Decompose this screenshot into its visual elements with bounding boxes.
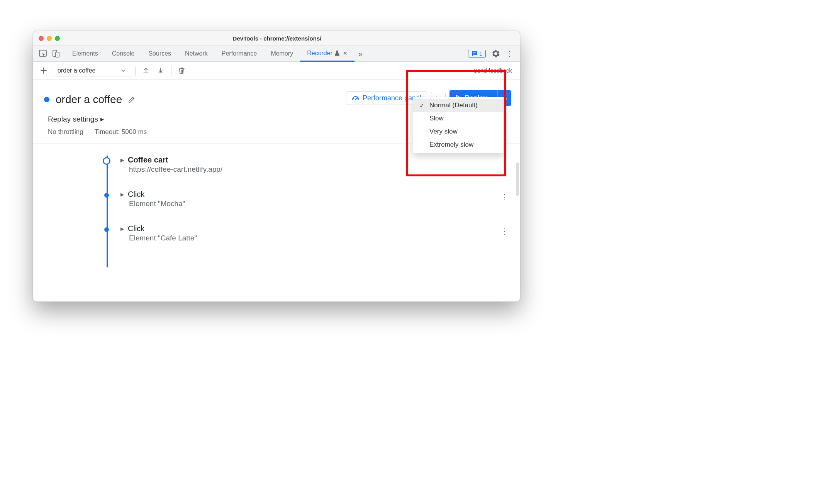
step-subtitle: Element "Mocha": [129, 200, 508, 208]
minimize-window-button[interactable]: [47, 36, 52, 41]
speed-option-very-slow[interactable]: Very slow: [413, 125, 504, 138]
step-title: Click: [128, 190, 144, 199]
step-subtitle: Element "Cafe Latte": [129, 234, 508, 242]
issues-button[interactable]: 1: [468, 50, 486, 58]
tab-recorder[interactable]: Recorder ✕: [300, 46, 354, 62]
speed-option-normal[interactable]: ✓ Normal (Default): [413, 99, 504, 112]
svg-rect-2: [56, 52, 59, 57]
chevron-down-icon: [121, 68, 125, 73]
recording-title: order a coffee: [56, 93, 122, 106]
window-controls: [39, 36, 60, 41]
tab-performance[interactable]: Performance: [215, 46, 264, 61]
tabs-bar: Elements Console Sources Network Perform…: [33, 46, 520, 62]
divider: [89, 128, 89, 136]
speed-option-extremely-slow[interactable]: Extremely slow: [413, 138, 504, 151]
close-window-button[interactable]: [39, 36, 44, 41]
step-more-icon[interactable]: ⋮: [500, 158, 508, 167]
speed-option-slow[interactable]: Slow: [413, 112, 504, 125]
recording-select[interactable]: order a coffee: [52, 65, 131, 76]
edit-icon[interactable]: [127, 95, 136, 104]
delete-button[interactable]: [175, 64, 188, 77]
step-item[interactable]: ▶Coffee cart https://coffee-cart.netlify…: [107, 156, 508, 174]
scrollbar[interactable]: [516, 162, 519, 196]
zoom-window-button[interactable]: [55, 36, 60, 41]
step-subtitle: https://coffee-cart.netlify.app/: [129, 165, 508, 174]
export-button[interactable]: [139, 64, 153, 77]
tab-memory[interactable]: Memory: [264, 46, 300, 61]
step-title: Click: [128, 224, 144, 233]
step-marker: [104, 227, 109, 232]
tab-sources[interactable]: Sources: [141, 46, 178, 61]
replay-speed-menu: ✓ Normal (Default) Slow Very slow Extrem…: [413, 97, 504, 153]
tab-network[interactable]: Network: [178, 46, 215, 61]
chevron-right-icon: ▶: [120, 192, 124, 197]
send-feedback-link[interactable]: Send feedback: [473, 67, 516, 74]
import-button[interactable]: [154, 64, 167, 77]
flask-icon: [334, 50, 340, 56]
step-title: Coffee cart: [128, 156, 168, 164]
step-more-icon[interactable]: ⋮: [500, 227, 508, 236]
chevron-right-icon: ▶: [120, 157, 124, 163]
chevron-right-icon: ▶: [120, 226, 124, 232]
recording-select-label: order a coffee: [58, 67, 95, 74]
step-item[interactable]: ▶Click Element "Cafe Latte" ⋮: [107, 224, 508, 242]
svg-rect-4: [473, 54, 475, 54]
step-more-icon[interactable]: ⋮: [500, 192, 508, 201]
chat-icon: [471, 51, 478, 57]
step-item[interactable]: ▶Click Element "Mocha" ⋮: [107, 190, 508, 208]
gauge-icon: [352, 94, 360, 102]
issues-count: 1: [479, 51, 482, 57]
tab-elements[interactable]: Elements: [65, 46, 105, 61]
step-marker: [104, 193, 109, 198]
more-icon[interactable]: ⋮: [506, 49, 513, 58]
new-recording-button[interactable]: [37, 64, 50, 77]
close-icon[interactable]: ✕: [343, 50, 348, 56]
throttling-value: No throttling: [48, 128, 83, 136]
svg-rect-0: [39, 50, 46, 56]
svg-rect-3: [473, 52, 476, 53]
step-marker-open: [103, 157, 110, 165]
steps-panel: ▶Coffee cart https://coffee-cart.netlify…: [33, 144, 520, 267]
chevron-right-icon: ▶: [100, 117, 104, 122]
check-icon: ✓: [419, 102, 429, 109]
settings-icon[interactable]: [492, 50, 500, 58]
tab-console[interactable]: Console: [105, 46, 142, 61]
device-toolbar-icon[interactable]: [52, 49, 59, 58]
recording-status-dot: [44, 97, 49, 102]
timeout-value: Timeout: 5000 ms: [95, 128, 147, 136]
settings-label: Replay settings: [48, 115, 98, 123]
devtools-window: DevTools - chrome://extensions/ Elements…: [33, 31, 520, 302]
overflow-tabs-icon[interactable]: »: [354, 49, 366, 58]
recorder-toolbar: order a coffee Send feedback: [33, 62, 520, 79]
window-title: DevTools - chrome://extensions/: [60, 35, 494, 42]
select-element-icon[interactable]: [39, 49, 48, 58]
title-bar: DevTools - chrome://extensions/: [33, 31, 520, 46]
